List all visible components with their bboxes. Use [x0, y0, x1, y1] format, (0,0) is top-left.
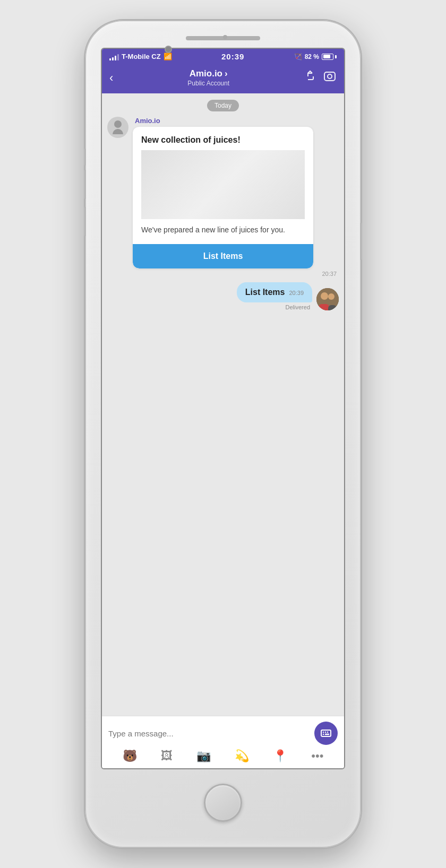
nav-bar: ‹ Amio.io › Public Account: [102, 64, 344, 93]
emoji-sticker-icon[interactable]: 💫: [235, 749, 249, 763]
message-time: 20:37: [133, 271, 339, 277]
bot-message-row: Amio.io New collection of juices! We've …: [107, 117, 339, 277]
sensor-dot: [223, 35, 227, 39]
message-card: New collection of juices! We've prepared…: [133, 127, 313, 268]
status-bar: T-Mobile CZ 📶 20:39 🏹 82 %: [102, 49, 344, 64]
battery-indicator: [322, 54, 337, 60]
status-left: T-Mobile CZ 📶: [109, 53, 172, 60]
svg-rect-0: [324, 72, 335, 81]
nav-title-area: Amio.io › Public Account: [118, 68, 298, 87]
front-camera: [165, 46, 172, 53]
avatar-body: [113, 129, 123, 134]
user-bubble-time: 20:39: [289, 290, 304, 296]
person1-head: [321, 292, 328, 300]
avatar-head: [114, 120, 122, 128]
home-button[interactable]: [204, 784, 242, 822]
emoji-image-icon[interactable]: 🖼: [161, 749, 173, 763]
message-image: [141, 150, 305, 219]
camera-icon[interactable]: [323, 70, 337, 86]
user-avatar: [316, 288, 339, 310]
emoji-more-icon[interactable]: •••: [311, 749, 323, 763]
avatar-person: [111, 120, 125, 134]
message-body-text: We've prepared a new line of juices for …: [141, 224, 305, 236]
emoji-camera-icon[interactable]: 📷: [196, 749, 211, 763]
list-items-button[interactable]: List Items: [133, 244, 313, 268]
chat-area: Today Amio.io New collection of juices!: [102, 93, 344, 716]
home-button-area: [204, 769, 242, 847]
status-right: 🏹 82 %: [294, 53, 337, 60]
user-avatar-image: [316, 288, 339, 310]
person2-body: [328, 305, 337, 310]
signal-bars: [109, 53, 119, 60]
date-badge: Today: [107, 100, 339, 111]
battery-tip: [335, 55, 337, 58]
bar-4: [117, 54, 119, 60]
person2-head: [328, 293, 334, 300]
svg-rect-2: [321, 730, 331, 736]
nav-title-arrow: ›: [225, 68, 228, 79]
user-bubble-text: List Items: [245, 288, 285, 297]
user-bubble-area: List Items 20:39 Delivered: [237, 282, 312, 310]
battery-percent: 82 %: [305, 53, 319, 60]
delivered-label: Delivered: [286, 304, 312, 310]
emoji-location-icon[interactable]: 📍: [273, 749, 287, 763]
wifi-icon: 📶: [164, 53, 172, 60]
bar-1: [109, 58, 111, 60]
nav-subtitle: Public Account: [118, 80, 298, 87]
keyboard-button[interactable]: [314, 722, 338, 745]
message-title: New collection of juices!: [141, 135, 305, 145]
volume-down-button[interactable]: [84, 207, 86, 236]
nav-title: Amio.io ›: [118, 68, 298, 79]
nav-actions: [304, 70, 337, 86]
screen: T-Mobile CZ 📶 20:39 🏹 82 % ‹ Amio.i: [101, 48, 345, 769]
volume-up-button[interactable]: [84, 170, 86, 199]
carrier-label: T-Mobile CZ: [122, 53, 161, 60]
message-card-body: New collection of juices! We've prepared…: [133, 127, 313, 244]
user-bubble: List Items 20:39: [237, 282, 312, 302]
date-badge-label: Today: [207, 100, 239, 111]
bot-avatar: [107, 117, 128, 138]
battery-fill: [323, 55, 331, 58]
user-message-row: List Items 20:39 Delivered: [107, 282, 339, 310]
bar-3: [115, 56, 116, 60]
status-time: 20:39: [221, 52, 244, 61]
input-row: [108, 722, 338, 745]
message-input[interactable]: [108, 729, 310, 738]
emoji-toolbar: 🐻 🖼 📷 💫 📍 •••: [108, 745, 338, 765]
input-area: 🐻 🖼 📷 💫 📍 •••: [102, 716, 344, 768]
mute-switch[interactable]: [84, 149, 86, 166]
bot-name-label: Amio.io: [133, 117, 339, 125]
power-button[interactable]: [360, 223, 362, 260]
svg-point-1: [328, 74, 332, 79]
back-button[interactable]: ‹: [109, 71, 113, 85]
phone-frame: T-Mobile CZ 📶 20:39 🏹 82 % ‹ Amio.i: [85, 20, 361, 848]
battery-body: [322, 54, 333, 60]
bluetooth-icon: 🏹: [294, 53, 302, 60]
person1-body: [319, 304, 329, 310]
share-icon[interactable]: [304, 70, 316, 85]
emoji-face-icon[interactable]: 🐻: [123, 749, 137, 763]
bot-content: Amio.io New collection of juices! We've …: [133, 117, 339, 277]
nav-title-text: Amio.io: [190, 68, 222, 79]
bar-2: [112, 57, 114, 60]
avatar-couple: [316, 288, 339, 310]
